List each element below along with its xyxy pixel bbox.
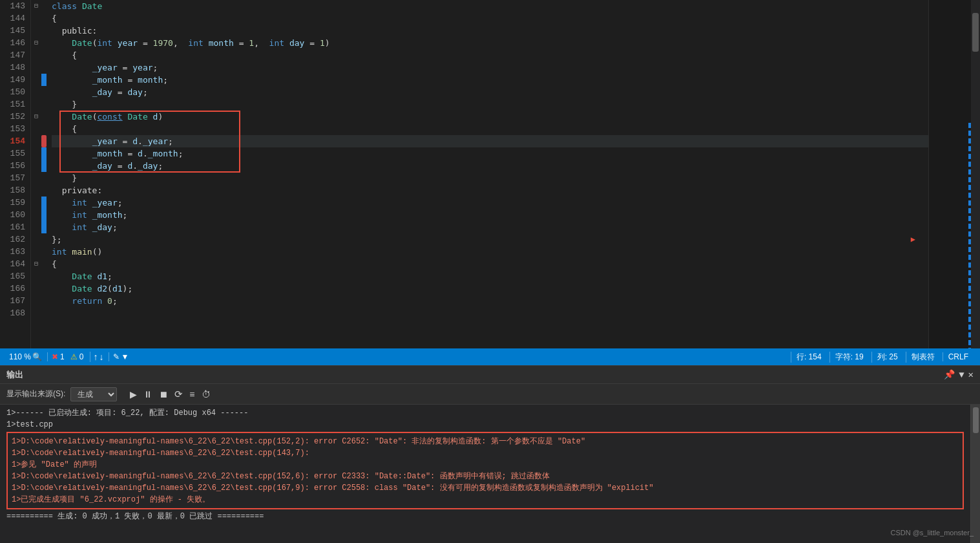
output-title: 输出	[6, 369, 23, 381]
action-button[interactable]: ✎ ▼	[109, 352, 132, 361]
zoom-display[interactable]: 110 % 🔍	[6, 352, 45, 361]
warning-icon: ⚠	[70, 352, 78, 361]
zoom-icon: 🔍	[32, 352, 42, 361]
code-line-151: }	[52, 98, 928, 111]
nav-up-arrow[interactable]: ↑	[93, 352, 98, 362]
code-line-160: int _month;	[52, 209, 928, 221]
toolbar-btn-6[interactable]: ⏱	[199, 387, 213, 401]
output-panel-controls: 📌 ▼ ✕	[944, 369, 974, 380]
code-line-161: int _day;	[52, 221, 928, 233]
warning-count: 0	[79, 352, 84, 361]
margin-indicators	[41, 0, 47, 348]
code-line-168: return 0;	[52, 295, 928, 307]
output-close-btn[interactable]: ✕	[968, 369, 974, 380]
error-icon: ✖	[52, 352, 58, 361]
error-arrow-162: ▶	[911, 233, 915, 246]
cursor-row: 行: 154	[791, 352, 827, 363]
output-error-box: 1>D:\code\relatively-meaningful-names\6_…	[6, 432, 964, 509]
right-indicator	[968, 123, 971, 348]
output-error-1: 1>D:\code\relatively-meaningful-names\6_…	[12, 436, 959, 447]
code-line-159: int _year;	[52, 197, 928, 209]
source-label: 显示输出来源(S):	[6, 389, 65, 399]
code-line-144: {	[52, 12, 928, 25]
code-line-166: Date d1;	[52, 270, 928, 282]
code-line-143: class Date	[52, 0, 928, 12]
code-line-150: _day = day;	[52, 86, 928, 98]
collapse-icon-146[interactable]: ⊟	[31, 37, 41, 49]
output-error-3: 1>参见 "Date" 的声明	[12, 459, 959, 471]
code-line-164: int main()	[52, 246, 928, 258]
output-scrollbar[interactable]	[970, 405, 980, 543]
cursor-col: 列: 25	[871, 352, 903, 363]
action-dropdown: ▼	[121, 352, 129, 361]
output-line-1: 1>------ 已启动生成: 项目: 6_22, 配置: Debug x64 …	[6, 407, 964, 419]
output-panel-header: 输出 📌 ▼ ✕	[0, 366, 980, 384]
code-line-146: Date(int year = 1970, int month = 1, int…	[52, 37, 928, 49]
toolbar-btn-4[interactable]: ⟳	[172, 387, 185, 401]
output-pin-btn[interactable]: 📌	[944, 369, 955, 380]
code-line-148: _year = year;	[52, 61, 928, 74]
source-select[interactable]: 生成	[70, 387, 117, 401]
code-line-145: public:	[52, 25, 928, 37]
scrollbar-thumb[interactable]	[972, 13, 979, 52]
code-line-149: _month = month;	[52, 74, 928, 86]
output-line-2: 1>test.cpp	[6, 419, 964, 431]
output-content: 1>------ 已启动生成: 项目: 6_22, 配置: Debug x64 …	[0, 405, 980, 543]
action-icon: ✎	[113, 352, 120, 361]
collapse-icon-164[interactable]: ⊟	[31, 258, 41, 270]
code-line-165: {	[52, 258, 928, 270]
cursor-char: 字符: 19	[829, 352, 869, 363]
output-minimize-btn[interactable]: ▼	[959, 370, 964, 380]
nav-arrows: ↑ ↓	[90, 352, 106, 362]
output-scrollbar-thumb[interactable]	[973, 407, 979, 433]
code-line-156: _day = d._day;	[52, 160, 928, 172]
output-panel: 输出 📌 ▼ ✕ 显示输出来源(S): 生成 ▶ ⏸ ⏹ ⟳ ≡ ⏱	[0, 365, 980, 543]
code-line-152: Date(const Date d)	[52, 111, 928, 123]
editor-scrollbar-area	[928, 0, 980, 348]
zoom-value: 110 %	[9, 352, 31, 361]
output-error-6: 1>已完成生成项目 "6_22.vcxproj" 的操作 - 失败。	[12, 494, 959, 506]
code-line-155: _month = d._month;	[52, 147, 928, 160]
code-line-154: _year = d._year;	[52, 135, 928, 147]
toolbar-btn-2[interactable]: ⏸	[141, 387, 155, 401]
output-error-5: 1>D:\code\relatively-meaningful-names\6_…	[12, 482, 959, 494]
collapse-icon-143[interactable]: ⊟	[31, 0, 41, 12]
line-numbers: 143 144 145 146 147 148 149 150 151 152 …	[0, 0, 31, 348]
output-text: 1>------ 已启动生成: 项目: 6_22, 配置: Debug x64 …	[0, 405, 970, 543]
code-line-147: {	[52, 49, 928, 61]
collapse-gutter: ⊟ ⊟ ⊟	[31, 0, 41, 348]
code-line-157: }	[52, 172, 928, 184]
output-error-2: 1>D:\code\relatively-meaningful-names\6_…	[12, 447, 959, 459]
toolbar-btn-1[interactable]: ▶	[127, 387, 140, 401]
nav-down-arrow[interactable]: ↓	[99, 352, 103, 362]
output-toolbar: 显示输出来源(S): 生成 ▶ ⏸ ⏹ ⟳ ≡ ⏱	[0, 384, 980, 405]
toolbar-btn-5[interactable]: ≡	[187, 387, 197, 401]
scrollbar-track[interactable]	[971, 0, 980, 348]
code-line-167: Date d2(d1);	[52, 282, 928, 295]
tab-indicator: 制表符	[906, 352, 940, 363]
status-bar: 110 % 🔍 ✖ 1 ⚠ 0 ↑ ↓ ✎ ▼ 行: 154 字符: 19 列:	[0, 348, 980, 365]
output-line-final: ========== 生成: 0 成功，1 失败，0 最新，0 已跳过 ====…	[6, 511, 964, 522]
code-line-153: {	[52, 123, 928, 135]
code-line-158: private:	[52, 184, 928, 197]
code-editor[interactable]: class Date { public: Date(int year = 197…	[47, 0, 928, 348]
encoding-indicator: CRLF	[943, 352, 974, 361]
collapse-icon-152[interactable]: ⊟	[31, 111, 41, 123]
watermark: CSDN @s_little_monster_	[890, 529, 974, 537]
error-count: 1	[60, 352, 65, 361]
toolbar-btn-3[interactable]: ⏹	[156, 387, 171, 401]
code-line-162: };▶	[52, 233, 928, 246]
error-indicator[interactable]: ✖ 1 ⚠ 0	[47, 352, 87, 361]
output-error-4: 1>D:\code\relatively-meaningful-names\6_…	[12, 471, 959, 482]
